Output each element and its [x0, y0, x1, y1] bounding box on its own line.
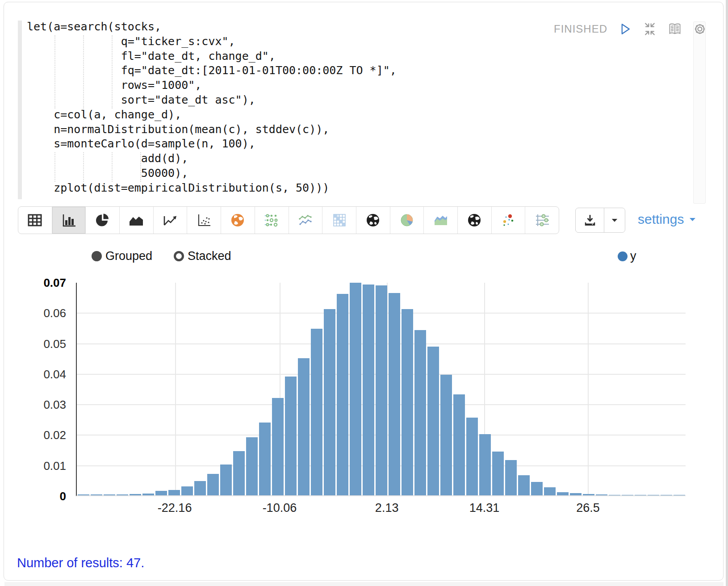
indent-guide: [112, 35, 113, 109]
line-chart-icon: [162, 212, 178, 228]
series-label: y: [630, 249, 636, 263]
chart-mode-legend: GroupedStacked: [92, 249, 231, 263]
y-axis-tick-label: 0.02: [35, 428, 66, 442]
indent-guide: [112, 152, 113, 182]
y-axis-tick-label: 0.03: [35, 398, 66, 412]
histogram-bar: [453, 394, 465, 495]
multi-line-chart-button[interactable]: [289, 207, 323, 234]
histogram-bar: [337, 294, 348, 495]
globe2-chart-button[interactable]: [458, 207, 492, 234]
chart-settings-link[interactable]: settings: [638, 212, 697, 227]
histogram-bar: [661, 495, 672, 496]
download-split-button: [575, 208, 625, 233]
histogram-bar: [155, 491, 167, 495]
histogram-bar: [648, 495, 659, 496]
histogram-bar: [570, 493, 582, 495]
scatter-plot-chart-button[interactable]: [187, 207, 221, 234]
histogram-bar: [414, 330, 426, 495]
histogram-bar: [220, 465, 232, 495]
histogram-bar: [531, 482, 543, 495]
histogram-bar: [635, 495, 646, 496]
histogram-bar: [544, 487, 556, 495]
gridline-vertical: [175, 283, 176, 495]
code-scrollbar[interactable]: [693, 21, 706, 204]
pie-color-chart-button[interactable]: [390, 207, 424, 234]
collapse-icon: [643, 22, 657, 36]
histogram-bar: [363, 285, 374, 495]
code-line: sort="date_dt asc"),: [27, 93, 674, 108]
series-legend-y[interactable]: y: [618, 249, 636, 263]
globe-icon: [365, 212, 381, 228]
histogram-bar: [207, 474, 219, 495]
x-axis-tick-label: -10.06: [263, 501, 297, 515]
code-line: 50000),: [27, 166, 674, 181]
pie-color-icon: [399, 212, 415, 228]
area-chart-chart-button[interactable]: [120, 207, 154, 234]
histogram-bar: [272, 398, 284, 496]
caret-down-icon: [688, 215, 697, 224]
sliders-chart-button[interactable]: [525, 207, 559, 234]
download-button[interactable]: [576, 208, 604, 232]
dot-matrix-chart-button[interactable]: [255, 207, 289, 234]
indent-guide: [54, 152, 55, 182]
radio-unselected-icon: [174, 251, 184, 261]
mode-option-grouped[interactable]: Grouped: [92, 249, 152, 263]
histogram-bar: [194, 481, 206, 495]
globe2-icon: [466, 212, 482, 228]
gridline-vertical: [588, 283, 589, 495]
histogram-bar: [350, 283, 361, 495]
y-axis-tick-label: 0.04: [35, 368, 66, 381]
pie-chart-chart-button[interactable]: [86, 207, 120, 234]
histogram-bar: [246, 437, 258, 495]
download-options-button[interactable]: [604, 208, 625, 232]
scatter-color-chart-button[interactable]: [492, 207, 526, 234]
histogram-bar: [91, 494, 102, 495]
dot-matrix-icon: [264, 212, 280, 228]
histogram-bar: [492, 452, 504, 495]
code-line: fq="date_dt:[2011-01-01T00:00:00Z TO *]"…: [27, 63, 674, 78]
histogram-bar: [117, 494, 128, 495]
histogram-bar: [78, 494, 89, 495]
collapse-button[interactable]: [642, 21, 657, 37]
histogram-bar: [622, 495, 633, 496]
y-axis-tick-label: 0.05: [35, 337, 66, 351]
series-dot: [618, 251, 628, 261]
caret-down-icon: [610, 216, 619, 225]
globe-chart-button[interactable]: [356, 207, 390, 234]
histogram-bar: [466, 418, 478, 495]
code-line: s=monteCarlo(d=sample(n, 100),: [27, 137, 674, 151]
histogram-bar: [427, 347, 439, 495]
y-axis-labels: 0.070.060.050.040.030.020.010: [36, 283, 71, 496]
book-icon: [668, 22, 682, 36]
run-button[interactable]: [617, 21, 632, 37]
heatmap-grid-chart-button[interactable]: [322, 207, 356, 234]
code-editor[interactable]: let(a=search(stocks, q="ticker_s:cvx", f…: [27, 20, 674, 196]
code-line: zplot(dist=empiricalDistribution(s, 50))…: [27, 181, 674, 196]
mode-option-stacked[interactable]: Stacked: [174, 249, 231, 263]
window-scrollbar[interactable]: [726, 0, 728, 586]
histogram-bar: [298, 358, 310, 495]
download-icon: [583, 213, 597, 227]
chart-type-toolbar: [18, 206, 559, 234]
scatter-plot-icon: [196, 212, 212, 228]
mode-option-label: Grouped: [105, 249, 152, 263]
bar-chart-chart-button[interactable]: [52, 207, 86, 234]
histogram-bar: [389, 293, 400, 495]
table-chart-button[interactable]: [18, 207, 52, 234]
indent-guide: [54, 35, 55, 109]
histogram-bar: [130, 494, 141, 495]
area-color-chart-button[interactable]: [424, 207, 458, 234]
histogram-bar: [557, 492, 569, 495]
code-line: rows="1000",: [27, 78, 674, 93]
indent-guide: [140, 152, 141, 182]
heatmap-grid-icon: [331, 212, 347, 228]
globe-orange-chart-button[interactable]: [221, 207, 255, 234]
report-view-button[interactable]: [667, 21, 682, 37]
paragraph-settings-button[interactable]: [692, 21, 707, 37]
x-axis-labels: -22.16-10.062.1314.3126.5: [76, 501, 686, 516]
line-chart-chart-button[interactable]: [154, 207, 188, 234]
bar-chart-icon: [61, 212, 77, 228]
y-axis-tick-label: 0.01: [35, 459, 66, 473]
bottom-strip: [4, 582, 724, 586]
code-line: c=col(a, change_d),: [27, 108, 674, 122]
